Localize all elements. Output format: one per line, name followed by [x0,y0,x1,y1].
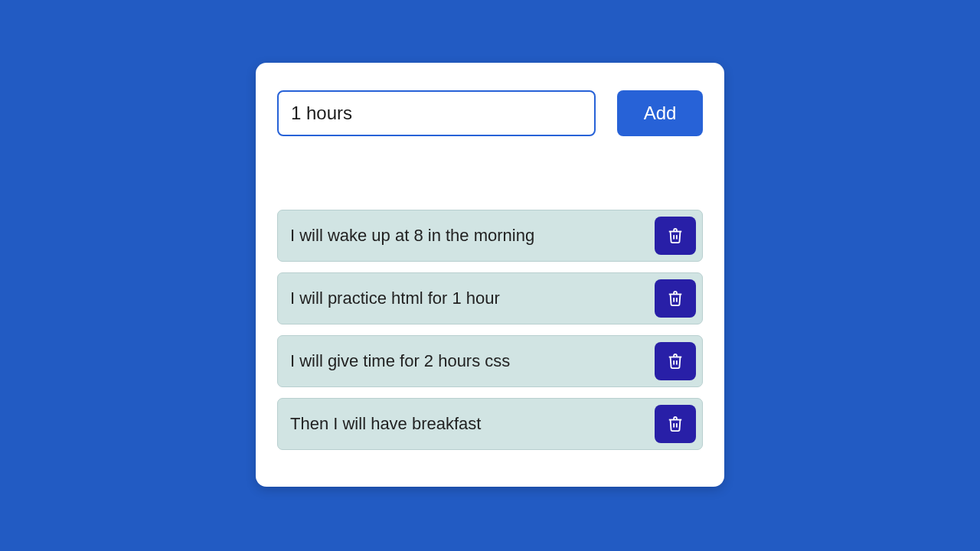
todo-text: I will wake up at 8 in the morning [290,226,534,246]
trash-icon [667,416,684,432]
todo-card: Add I will wake up at 8 in the morning I… [256,63,724,487]
trash-icon [667,290,684,307]
todo-text: Then I will have breakfast [290,414,481,434]
todo-text: I will give time for 2 hours css [290,351,510,371]
input-row: Add [277,90,703,136]
todo-item: I will give time for 2 hours css [277,335,703,387]
todo-item: I will practice html for 1 hour [277,272,703,324]
delete-button[interactable] [655,405,696,443]
todo-item: Then I will have breakfast [277,398,703,450]
task-input[interactable] [277,90,596,136]
todo-list: I will wake up at 8 in the morning I wil… [277,210,703,450]
trash-icon [667,353,684,370]
delete-button[interactable] [655,342,696,380]
trash-icon [667,227,684,244]
delete-button[interactable] [655,279,696,318]
delete-button[interactable] [655,217,696,255]
todo-item: I will wake up at 8 in the morning [277,210,703,262]
add-button[interactable]: Add [617,90,703,136]
todo-text: I will practice html for 1 hour [290,289,500,308]
